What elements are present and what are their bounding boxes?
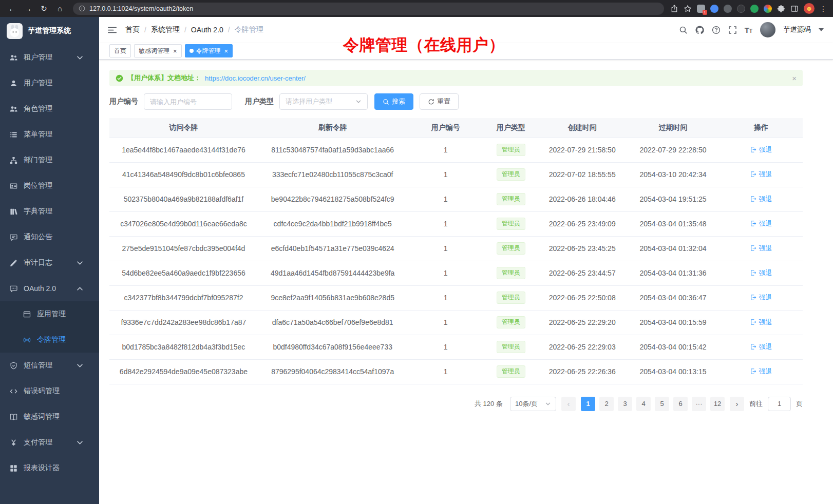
created-at-cell: 2022-07-02 18:55:55 [538,162,627,187]
tab-token[interactable]: 令牌管理× [185,44,233,57]
breadcrumb-item[interactable]: OAuth 2.0 [191,26,223,34]
user-avatar[interactable] [760,22,775,37]
sidebar-item-dict[interactable]: 字典管理 [0,199,99,224]
app-title: 芋道管理系统 [28,26,71,35]
sidebar-item-oauth2-token[interactable]: 令牌管理 [0,327,99,353]
user-type-badge: 管理员 [497,316,525,328]
force-logout-button[interactable]: 强退 [750,268,772,278]
extension-icon-colorful[interactable] [764,5,772,13]
doc-link[interactable]: https://doc.iocoder.cn/user-center/ [205,74,306,82]
breadcrumb-item[interactable]: 首页 [125,25,140,34]
extension-icon-blue[interactable] [710,5,718,13]
extension-icon-dark-2[interactable] [737,5,745,13]
share-icon[interactable] [670,5,678,13]
reset-button[interactable]: 重置 [420,93,459,110]
table-row: 6d842e2924594de9a09e45e087323abe8796295f… [109,359,803,384]
extension-icon-dark-1[interactable] [724,5,732,13]
created-at-cell: 2022-06-25 22:50:08 [538,285,627,310]
sidebar-item-notice[interactable]: 通知公告 [0,224,99,250]
logout-icon [750,245,756,251]
sidebar-item-label: 错误码管理 [24,386,60,396]
force-logout-button[interactable]: 强退 [750,293,772,302]
extension-icon-badged[interactable]: 1 [697,5,705,13]
force-logout-button[interactable]: 强退 [750,367,772,376]
fullscreen-icon[interactable] [728,26,737,34]
side-panel-icon[interactable] [790,5,799,13]
goto-suffix: 页 [796,399,803,409]
site-info-icon[interactable] [79,5,85,12]
pagination-page-2[interactable]: 2 [599,397,614,411]
browser-back-button[interactable]: ← [5,2,19,15]
force-logout-button[interactable]: 强退 [750,145,772,154]
extension-icon-green[interactable] [750,5,759,13]
people-icon [10,54,17,62]
font-size-icon[interactable]: TT [745,26,752,34]
app-logo[interactable]: 芋道管理系统 [0,17,99,45]
sidebar-item-post[interactable]: 岗位管理 [0,173,99,199]
column-header-4: 创建时间 [538,118,627,138]
force-logout-button[interactable]: 强退 [750,219,772,228]
bookmark-star-icon[interactable] [684,5,692,13]
pagination-page-4[interactable]: 4 [636,397,651,411]
help-icon[interactable] [712,26,721,34]
goto-page-input[interactable] [768,397,791,411]
sidebar-item-dept[interactable]: 部门管理 [0,147,99,173]
refresh-token-cell: dfa6c71a50a54c66bef706ef9e6e8d81 [258,310,408,335]
chevron-down-icon [76,54,84,62]
pagination-page-5[interactable]: 5 [655,397,669,411]
force-logout-button[interactable]: 强退 [750,170,772,179]
page-size-select[interactable]: 10条/页 [510,397,556,411]
tab-close-icon[interactable]: × [173,48,177,54]
pagination-next-button[interactable]: › [730,397,744,411]
sidebar-item-user[interactable]: 用户管理 [0,70,99,96]
sidebar-item-sensitive-word[interactable]: 敏感词管理 [0,404,99,430]
force-logout-button[interactable]: 强退 [750,195,772,204]
pagination-ellipsis[interactable]: ··· [692,397,706,411]
extensions-puzzle-icon[interactable] [777,5,785,13]
message-icon [10,234,17,241]
sidebar-item-oauth2-application[interactable]: 应用管理 [0,301,99,327]
sidebar-item-tenant[interactable]: 租户管理 [0,45,99,70]
browser-menu-icon[interactable]: ⋮ [820,5,827,13]
github-icon[interactable] [695,26,704,34]
search-button[interactable]: 搜索 [374,93,413,110]
access-token-cell: 54d6be82ee5a460a9aedc1f9bf223656 [109,261,258,285]
sidebar-item-pay[interactable]: 支付管理 [0,430,99,455]
pagination-page-1[interactable]: 1 [581,397,595,411]
user-menu-caret-icon[interactable] [819,27,824,32]
browser-profile-avatar[interactable]: ☻ [804,3,815,14]
sidebar-item-report-designer[interactable]: 报表设计器 [0,455,99,481]
column-header-2: 用户编号 [407,118,484,138]
sidebar-item-menu[interactable]: 菜单管理 [0,122,99,147]
tab-home[interactable]: 首页 [109,44,131,57]
expires-at-cell: 2054-03-04 01:31:36 [627,261,720,285]
tab-close-icon[interactable]: × [224,48,229,54]
force-logout-button[interactable]: 强退 [750,342,772,352]
browser-forward-button[interactable]: → [21,2,35,15]
user-id-input[interactable] [144,93,232,110]
pagination-page-6[interactable]: 6 [673,397,688,411]
filter-bar: 用户编号 用户类型 请选择用户类型 搜索 重置 [109,93,803,110]
code-icon [10,387,17,395]
user-type-select[interactable]: 请选择用户类型 [279,93,368,110]
tab-sensitive-word[interactable]: 敏感词管理× [134,44,182,57]
browser-reload-button[interactable]: ↻ [37,2,51,15]
username[interactable]: 芋道源码 [783,25,811,34]
sidebar-item-label: 部门管理 [24,156,52,165]
sidebar-item-audit-log[interactable]: 审计日志 [0,250,99,276]
sidebar-item-oauth2[interactable]: OAuth 2.0 [0,276,99,301]
pagination-page-3[interactable]: 3 [618,397,632,411]
force-logout-button[interactable]: 强退 [750,244,772,253]
sidebar-item-sms[interactable]: 短信管理 [0,353,99,378]
pagination-page-12[interactable]: 12 [710,397,725,411]
pagination-prev-button[interactable]: ‹ [561,397,576,411]
force-logout-button[interactable]: 强退 [750,318,772,327]
address-bar[interactable]: 127.0.0.1:1024/system/oauth2/token [73,3,664,15]
sidebar-item-error-code[interactable]: 错误码管理 [0,378,99,404]
alert-close-icon[interactable]: × [792,74,797,83]
sidebar-item-role[interactable]: 角色管理 [0,96,99,122]
browser-home-button[interactable]: ⌂ [53,2,67,15]
breadcrumb-item[interactable]: 系统管理 [151,25,180,34]
sidebar-collapse-button[interactable] [99,17,125,43]
header-search-icon[interactable] [679,26,688,34]
